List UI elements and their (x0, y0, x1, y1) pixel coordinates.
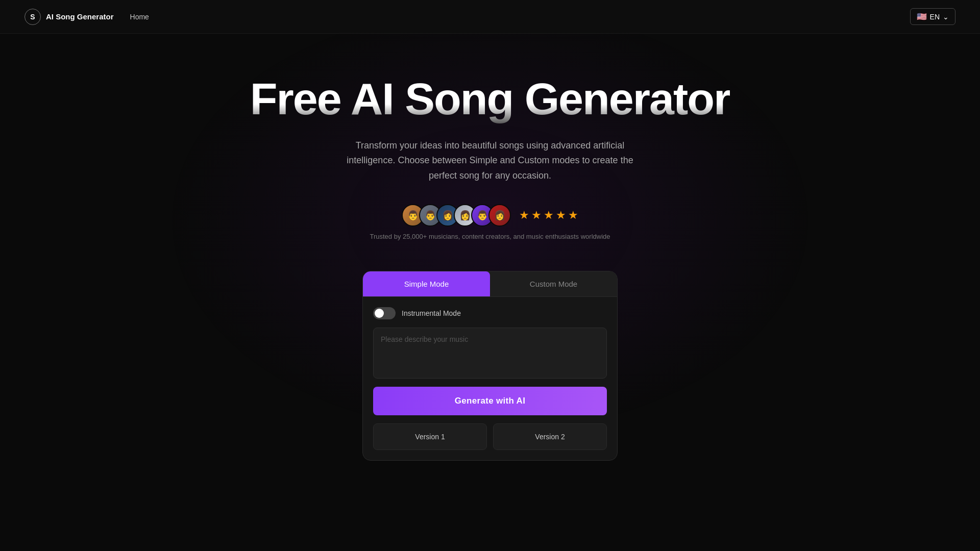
versions-row: Version 1 Version 2 (373, 423, 607, 450)
version-2-label: Version 2 (535, 433, 565, 441)
avatar: 👩 (488, 204, 511, 227)
hero-title: Free AI Song Generator (250, 74, 730, 124)
generate-button[interactable]: Generate with AI (373, 387, 607, 415)
star-5: ★ (568, 209, 578, 222)
navbar: S AI Song Generator Home 🇺🇸 EN ⌄ (0, 0, 980, 34)
avatar-group: 👨 👨 👩 👩 👨 👩 (402, 204, 511, 227)
star-1: ★ (519, 209, 529, 222)
logo-link[interactable]: S AI Song Generator (24, 9, 114, 25)
toggle-knob (375, 309, 384, 318)
version-1-label: Version 1 (415, 433, 445, 441)
tab-simple-mode[interactable]: Simple Mode (363, 271, 490, 296)
lang-code: EN (930, 13, 940, 21)
language-selector[interactable]: 🇺🇸 EN ⌄ (910, 8, 955, 25)
nav-home-link[interactable]: Home (130, 13, 149, 21)
navbar-left: S AI Song Generator Home (24, 9, 149, 25)
star-3: ★ (544, 209, 554, 222)
instrumental-toggle-row: Instrumental Mode (373, 307, 607, 319)
mode-tabs: Simple Mode Custom Mode (363, 271, 617, 297)
instrumental-toggle[interactable] (373, 307, 396, 319)
version-2-card: Version 2 (493, 423, 607, 450)
logo-text: AI Song Generator (46, 12, 114, 21)
version-1-card: Version 1 (373, 423, 487, 450)
hero-section: Free AI Song Generator Transform your id… (0, 34, 980, 481)
instrumental-label: Instrumental Mode (402, 309, 461, 317)
tab-custom-mode[interactable]: Custom Mode (490, 271, 617, 296)
card-body: Instrumental Mode Generate with AI Versi… (363, 297, 617, 460)
trusted-text: Trusted by 25,000+ musicians, content cr… (370, 233, 610, 240)
social-proof: 👨 👨 👩 👩 👨 👩 ★ ★ ★ ★ ★ Trusted by 25,000+… (370, 204, 610, 240)
flag-icon: 🇺🇸 (917, 12, 927, 21)
hero-subtitle: Transform your ideas into beautiful song… (332, 138, 648, 184)
music-description-input[interactable] (373, 328, 607, 379)
star-4: ★ (556, 209, 566, 222)
logo-icon: S (24, 9, 41, 25)
chevron-down-icon: ⌄ (943, 13, 949, 21)
star-rating: ★ ★ ★ ★ ★ (519, 209, 578, 222)
star-2: ★ (531, 209, 542, 222)
main-card: Simple Mode Custom Mode Instrumental Mod… (362, 271, 618, 461)
avatar-stars-row: 👨 👨 👩 👩 👨 👩 ★ ★ ★ ★ ★ (402, 204, 578, 227)
